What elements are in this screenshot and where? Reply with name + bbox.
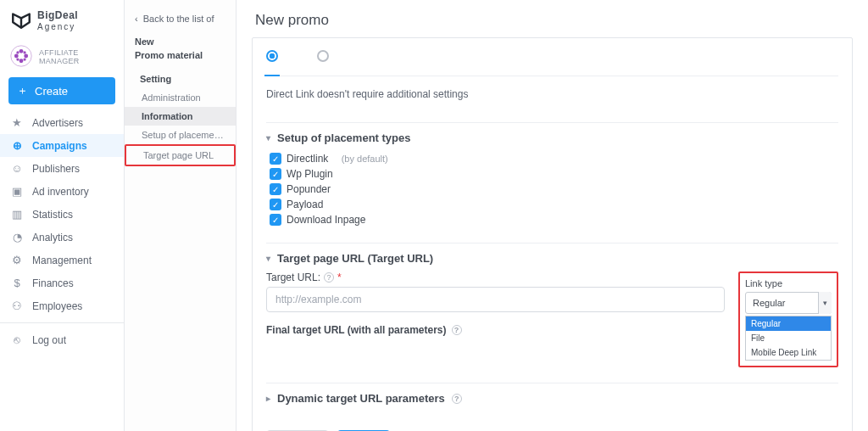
brand-logo-icon — [10, 8, 32, 33]
user-role: AFFILIATE MANAGER — [39, 48, 115, 65]
nav-label: Analytics — [32, 232, 73, 243]
box-icon: ▣ — [10, 185, 24, 198]
tabs — [266, 50, 838, 76]
section-title: Dynamic target URL parameters — [277, 392, 445, 405]
plus-icon: ＋ — [17, 83, 28, 98]
check-directlink[interactable]: ✓Directlink (by default) — [270, 151, 838, 166]
svg-point-6 — [23, 51, 25, 53]
svg-point-0 — [11, 46, 31, 66]
option-mobile-deep-link[interactable]: Mobile Deep Link — [746, 345, 831, 360]
checkbox-icon: ✓ — [270, 214, 281, 226]
tab-directlink[interactable] — [266, 50, 278, 67]
nav-statistics[interactable]: ▥Statistics — [0, 203, 124, 226]
nav-advertisers[interactable]: ★Advertisers — [0, 111, 124, 134]
user-row: AFFILIATE MANAGER — [0, 38, 124, 77]
nav-finances[interactable]: $Finances — [0, 271, 124, 294]
avatar — [10, 45, 32, 69]
check-label: Download Inpage — [287, 214, 365, 226]
nav-campaigns[interactable]: ⊕Campaigns — [0, 134, 124, 157]
svg-point-8 — [23, 58, 25, 60]
check-label: Directlink — [287, 153, 328, 165]
radio-icon — [266, 50, 278, 62]
back-link[interactable]: ‹ Back to the list of — [125, 14, 236, 36]
nav-management[interactable]: ⚙Management — [0, 249, 124, 271]
subnav-group-line2: Promo material — [125, 49, 236, 63]
star-icon: ★ — [10, 116, 24, 129]
nav-label: Advertisers — [32, 117, 83, 129]
svg-point-2 — [14, 54, 19, 59]
section-dynamic-params[interactable]: ▸ Dynamic target URL parameters ? — [266, 392, 838, 405]
brand-text: BigDeal Agency — [37, 10, 78, 32]
subnav-setting[interactable]: Setting — [125, 70, 236, 88]
svg-point-7 — [16, 58, 19, 60]
nav-label: Employees — [32, 300, 82, 312]
placement-types: ✓Directlink (by default) ✓Wp Plugin ✓Pop… — [270, 151, 838, 227]
primary-nav: ★Advertisers ⊕Campaigns ☺Publishers ▣Ad … — [0, 111, 124, 351]
help-icon[interactable]: ? — [324, 272, 334, 283]
check-label: Wp Plugin — [287, 168, 333, 180]
chevron-left-icon: ‹ — [135, 14, 138, 24]
svg-point-1 — [19, 49, 24, 53]
nav-analytics[interactable]: ◔Analytics — [0, 226, 124, 249]
dollar-icon: $ — [10, 277, 24, 289]
check-note: (by default) — [342, 154, 388, 164]
brand-line2: Agency — [37, 21, 78, 32]
section-placement-types[interactable]: ▾ Setup of placement types — [266, 132, 838, 144]
person-icon: ☺ — [10, 162, 24, 175]
subnav-information[interactable]: Information — [125, 107, 236, 126]
create-button[interactable]: ＋ Create — [8, 77, 115, 104]
svg-point-5 — [16, 51, 19, 53]
link-type-select[interactable]: Regular ▾ — [745, 292, 832, 314]
subnav-setup-placement[interactable]: Setup of placement t... — [125, 126, 236, 144]
nav-publishers[interactable]: ☺Publishers — [0, 157, 124, 180]
check-label: Popunder — [287, 183, 331, 195]
chart-icon: ◔ — [10, 231, 24, 243]
subnav-group-line1: New — [125, 36, 236, 49]
help-icon[interactable]: ? — [452, 325, 462, 335]
globe-icon: ⊕ — [10, 139, 24, 152]
chevron-down-icon: ▾ — [266, 133, 270, 143]
gear-icon: ⚙ — [10, 254, 24, 266]
bars-icon: ▥ — [10, 208, 24, 221]
nav-logout[interactable]: ⎋Log out — [0, 328, 124, 351]
nav-label: Publishers — [32, 163, 80, 175]
nav-ad-inventory[interactable]: ▣Ad inventory — [0, 180, 124, 203]
nav-label: Campaigns — [32, 140, 87, 152]
target-url-input[interactable] — [266, 287, 725, 312]
check-wp-plugin[interactable]: ✓Wp Plugin — [270, 166, 838, 182]
svg-point-4 — [19, 59, 24, 63]
page-title: New promo — [255, 12, 853, 29]
helper-text: Direct Link doesn't require additional s… — [266, 88, 838, 100]
brand: BigDeal Agency — [0, 0, 124, 38]
final-target-url-label: Final target URL (with all parameters) ? — [266, 324, 725, 336]
nav-employees[interactable]: ⚇Employees — [0, 294, 124, 317]
check-download-inpage[interactable]: ✓Download Inpage — [270, 212, 838, 227]
check-label: Payload — [287, 199, 323, 210]
create-label: Create — [35, 85, 68, 98]
tab-other[interactable] — [317, 50, 329, 67]
nav-label: Finances — [32, 277, 74, 289]
section-title: Target page URL (Target URL) — [277, 252, 433, 265]
subnav-administration[interactable]: Administration — [125, 88, 236, 107]
help-icon[interactable]: ? — [452, 394, 462, 404]
subnav-target-url[interactable]: Target page URL — [125, 144, 236, 166]
option-regular[interactable]: Regular — [746, 316, 831, 331]
nav-label: Statistics — [32, 209, 73, 221]
required-asterisk: * — [337, 271, 342, 283]
link-type-panel: Link type Regular ▾ Regular File Mobile … — [738, 271, 838, 367]
nav-label: Ad inventory — [32, 186, 89, 198]
main: New promo Direct Link doesn't require ad… — [236, 0, 868, 431]
check-payload[interactable]: ✓Payload — [270, 197, 838, 212]
checkbox-icon: ✓ — [270, 183, 281, 195]
checkbox-icon: ✓ — [270, 199, 281, 210]
radio-icon — [317, 50, 329, 62]
left-sidebar: BigDeal Agency AFFILIATE MANAGER ＋ Creat… — [0, 0, 125, 431]
logout-icon: ⎋ — [10, 333, 24, 346]
link-type-dropdown: Regular File Mobile Deep Link — [745, 316, 832, 361]
section-target-url[interactable]: ▾ Target page URL (Target URL) — [266, 252, 838, 265]
section-title: Setup of placement types — [277, 132, 410, 144]
check-popunder[interactable]: ✓Popunder — [270, 182, 838, 197]
option-file[interactable]: File — [746, 331, 831, 345]
label-text: Final target URL (with all parameters) — [266, 324, 447, 336]
chevron-down-icon: ▾ — [818, 292, 832, 314]
